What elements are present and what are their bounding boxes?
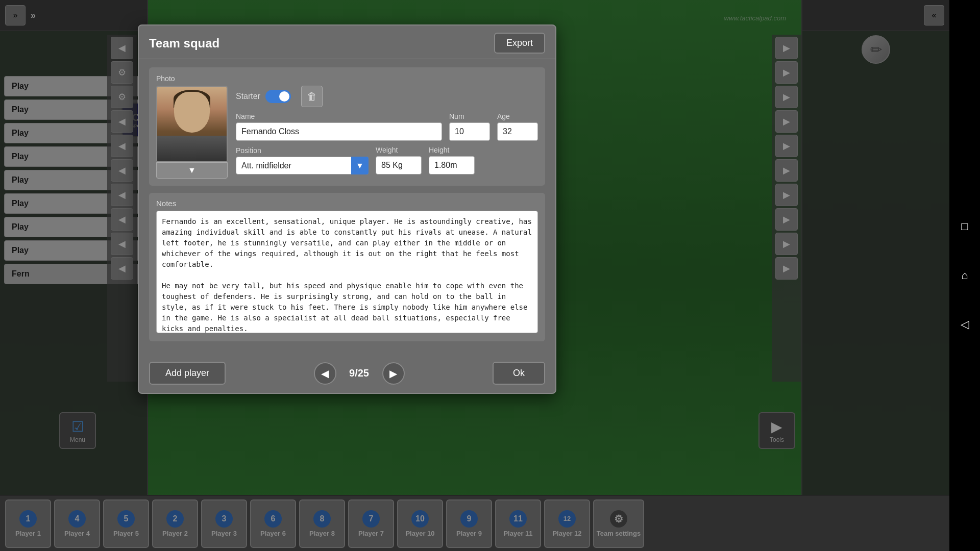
weight-field-group: Weight [376,146,422,174]
starter-label: Starter [236,92,260,101]
age-label: Age [497,112,538,120]
dialog-title: Team squad [149,36,219,51]
num-label: Num [449,112,490,120]
num-input[interactable] [449,122,490,141]
ok-button[interactable]: Ok [493,362,545,385]
age-input[interactable] [497,122,538,141]
name-input[interactable] [236,122,442,141]
dialog-header: Team squad Export [139,26,555,59]
dialog-footer: Add player ◀ 9/25 ▶ Ok [139,357,555,393]
notes-section: Notes Fernando is an excellent, sensatio… [149,193,545,341]
nav-group: ◀ 9/25 ▶ [314,362,405,385]
weight-label: Weight [376,146,422,154]
trash-icon: 🗑 [307,91,317,103]
photo-label: Photo [156,74,538,83]
add-player-button[interactable]: Add player [149,362,226,385]
android-nav: □ ⌂ ◁ [949,0,980,551]
height-field-group: Height [429,146,475,174]
age-field-group: Age [497,112,538,141]
android-square-btn[interactable]: □ [955,217,974,236]
player-photo-face [174,92,210,133]
name-field-group: Name [236,112,442,141]
shirt-detail [157,136,227,161]
nav-counter: 9/25 [341,367,377,379]
name-label: Name [236,112,442,120]
form-row: ▼ Starter 🗑 [156,86,538,179]
num-field-group: Num [449,112,490,141]
starter-group: Starter [236,90,291,103]
form-fields: Starter 🗑 Name [236,86,538,174]
nav-next-button[interactable]: ▶ [382,362,405,385]
position-weight-height-row: Position Goalkeeper Defender Midfielder … [236,146,538,174]
android-home-btn[interactable]: ⌂ [955,266,974,285]
photo-dropdown-btn[interactable]: ▼ [156,162,228,179]
dialog-body: Photo [139,59,555,357]
notes-textarea[interactable]: Fernando is an excellent, sensational, u… [156,211,538,333]
chevron-right-icon: ▶ [389,367,397,380]
photo-area: ▼ [156,86,228,179]
player-photo-inner [157,87,227,161]
player-form-section: Photo [149,67,545,186]
square-icon: □ [961,220,968,233]
starter-toggle[interactable] [265,90,291,103]
height-input[interactable] [429,156,475,174]
delete-player-button[interactable]: 🗑 [301,86,323,107]
position-select-wrapper: Goalkeeper Defender Midfielder Att. midf… [236,157,369,174]
export-button[interactable]: Export [494,33,545,54]
position-label: Position [236,146,369,155]
chevron-down-icon: ▼ [188,166,196,175]
home-icon: ⌂ [961,269,968,282]
back-icon: ◁ [961,318,969,331]
name-num-age-row: Name Num Age [236,112,538,141]
notes-label: Notes [156,199,538,208]
android-back-btn[interactable]: ◁ [955,315,974,334]
height-label: Height [429,146,475,154]
position-select[interactable]: Goalkeeper Defender Midfielder Att. midf… [236,157,369,174]
weight-input[interactable] [376,156,422,174]
player-photo[interactable] [156,86,228,162]
team-squad-dialog: Team squad Export Photo [138,24,556,394]
position-field-group: Position Goalkeeper Defender Midfielder … [236,146,369,174]
form-top-row: Starter 🗑 [236,86,538,107]
toggle-knob [279,91,289,102]
nav-prev-button[interactable]: ◀ [314,362,336,385]
chevron-left-icon: ◀ [321,367,329,380]
